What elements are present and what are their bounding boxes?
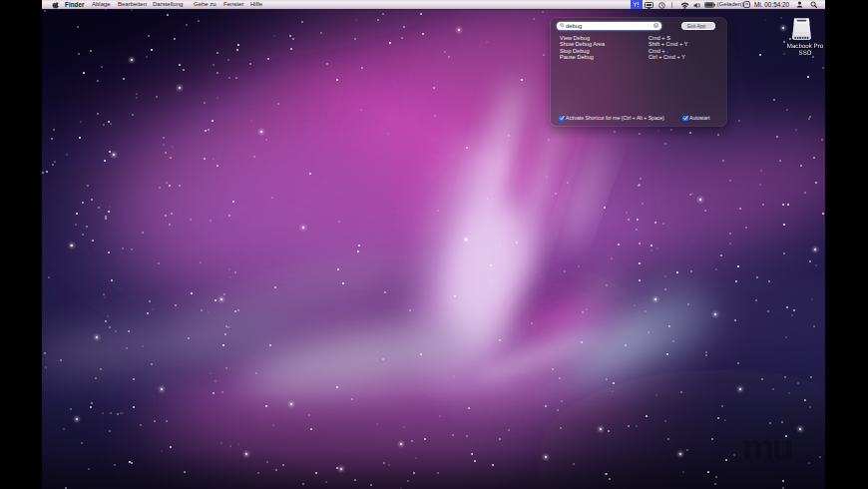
svg-text:SSD: SSD xyxy=(799,49,812,56)
svg-text:mu: mu xyxy=(742,427,792,468)
